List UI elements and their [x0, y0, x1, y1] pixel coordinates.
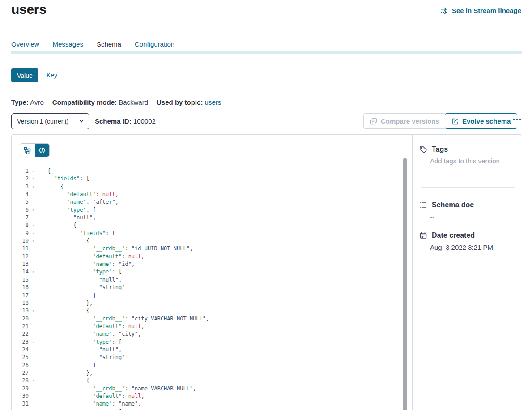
edit-icon — [451, 118, 459, 125]
fold-toggle-icon[interactable]: ▾ — [29, 377, 38, 384]
value-toggle-button[interactable]: Value — [11, 68, 38, 82]
code-text: "name": "city", — [38, 330, 403, 338]
add-tags-input[interactable] — [430, 157, 515, 169]
evolve-schema-label: Evolve schema — [462, 117, 511, 125]
code-line: 15 "null", — [12, 276, 403, 284]
line-number: 32 — [12, 408, 29, 410]
fold-spacer — [29, 299, 38, 307]
fold-spacer — [29, 214, 38, 222]
code-text: "name": "after", — [38, 198, 403, 206]
fold-spacer — [29, 284, 38, 291]
date-created-heading-label: Date created — [432, 231, 475, 239]
code-line: 3▾ { — [12, 183, 403, 191]
code-line: 6▾ "type": [ — [12, 206, 403, 214]
schema-id-value: 100002 — [133, 117, 156, 125]
version-select-wrap: Version 1 (current) — [11, 113, 89, 129]
code-text: "string" — [38, 354, 403, 361]
sidebar-separator — [421, 187, 515, 188]
fold-toggle-icon[interactable]: ▾ — [29, 222, 38, 229]
tab-schema[interactable]: Schema — [97, 40, 121, 48]
fold-spacer — [29, 245, 38, 252]
line-number: 13 — [12, 261, 29, 268]
code-line: 1▾{ — [12, 167, 403, 175]
evolve-schema-button[interactable]: Evolve schema — [445, 113, 517, 129]
line-number: 6 — [12, 206, 29, 214]
code-text: "string" — [38, 284, 403, 291]
line-number: 27 — [12, 369, 29, 377]
tree-view-icon — [24, 147, 31, 154]
fold-toggle-icon[interactable]: ▾ — [29, 167, 38, 175]
compare-versions-button[interactable]: Compare versions — [363, 113, 446, 129]
key-toggle-link[interactable]: Key — [47, 72, 57, 79]
code-line: 22 "name": "city", — [12, 330, 403, 338]
line-number: 26 — [12, 362, 29, 369]
line-number: 12 — [12, 253, 29, 261]
code-text: { — [38, 307, 403, 315]
code-text: "default": null, — [38, 191, 403, 198]
fold-toggle-icon[interactable]: ▾ — [29, 307, 38, 315]
schema-page: users See in Stream lineage Overview Mes… — [0, 0, 532, 410]
fold-toggle-icon[interactable]: ▾ — [29, 183, 38, 191]
code-scrollbar[interactable] — [403, 158, 407, 410]
fold-spacer — [29, 253, 38, 261]
code-line: 29 "__crdb__": "name VARCHAR NULL", — [12, 385, 403, 393]
code-line: 2▾ "fields": [ — [12, 175, 403, 183]
tab-overview[interactable]: Overview — [11, 40, 39, 48]
fold-toggle-icon[interactable]: ▾ — [29, 237, 38, 245]
fold-spacer — [29, 354, 38, 361]
topic-link[interactable]: users — [205, 98, 221, 106]
line-number: 25 — [12, 354, 29, 361]
schema-sidebar: Tags Schema doc -- — [413, 135, 522, 410]
compatibility-label: Compatibility mode: — [52, 98, 117, 106]
line-number: 11 — [12, 245, 29, 252]
fold-spacer — [29, 346, 38, 354]
tab-configuration[interactable]: Configuration — [135, 40, 174, 48]
code-view-button[interactable] — [35, 144, 50, 157]
fold-spacer — [29, 362, 38, 369]
code-line: 30 "default": null, — [12, 393, 403, 400]
code-line: 24 "null", — [12, 346, 403, 354]
code-line: 31 "name": "name", — [12, 400, 403, 408]
version-select[interactable]: Version 1 (current) — [11, 113, 89, 129]
schema-doc-heading: Schema doc — [419, 201, 474, 209]
fold-toggle-icon[interactable]: ▾ — [29, 206, 38, 214]
fold-toggle-icon[interactable]: ▾ — [29, 408, 38, 410]
schema-id-label: Schema ID: — [95, 117, 132, 125]
code-line: 10▾ { — [12, 237, 403, 245]
line-number: 15 — [12, 276, 29, 284]
code-text: { — [38, 237, 403, 245]
see-in-stream-lineage-link[interactable]: See in Stream lineage — [440, 7, 521, 14]
fold-toggle-icon[interactable]: ▾ — [29, 230, 38, 237]
compatibility-value: Backward — [119, 98, 148, 106]
code-text: ] — [38, 362, 403, 369]
fold-toggle-icon[interactable]: ▾ — [29, 175, 38, 183]
fold-spacer — [29, 369, 38, 377]
code-text: "type": [ — [38, 206, 403, 214]
tree-view-button[interactable] — [20, 144, 35, 157]
code-line: 16 "string" — [12, 284, 403, 291]
schema-panel: 1▾{2▾ "fields": [3▾ {4 "default": null,5… — [11, 134, 522, 410]
code-line: 8▾ { — [12, 222, 403, 229]
code-text: "null", — [38, 276, 403, 284]
more-options-menu[interactable]: ••• — [513, 116, 522, 123]
code-line: 14▾ "type": [ — [12, 268, 403, 276]
code-line: 12 "default": null, — [12, 253, 403, 261]
fold-toggle-icon[interactable]: ▾ — [29, 268, 38, 276]
code-line: 9▾ "fields": [ — [12, 230, 403, 237]
fold-toggle-icon[interactable]: ▾ — [29, 338, 38, 346]
line-number: 3 — [12, 183, 29, 191]
line-number: 8 — [12, 222, 29, 229]
line-number: 22 — [12, 330, 29, 338]
code-text: "type": [ — [38, 268, 403, 276]
line-number: 7 — [12, 214, 29, 222]
code-text: "default": null, — [38, 323, 403, 330]
fold-spacer — [29, 315, 38, 323]
line-number: 20 — [12, 315, 29, 323]
code-text: "default": null, — [38, 253, 403, 261]
view-mode-toggle — [20, 143, 50, 157]
tab-messages[interactable]: Messages — [53, 40, 83, 48]
line-number: 16 — [12, 284, 29, 291]
line-number: 5 — [12, 198, 29, 206]
tags-section-heading: Tags — [419, 145, 448, 154]
schema-doc-heading-label: Schema doc — [432, 201, 474, 209]
